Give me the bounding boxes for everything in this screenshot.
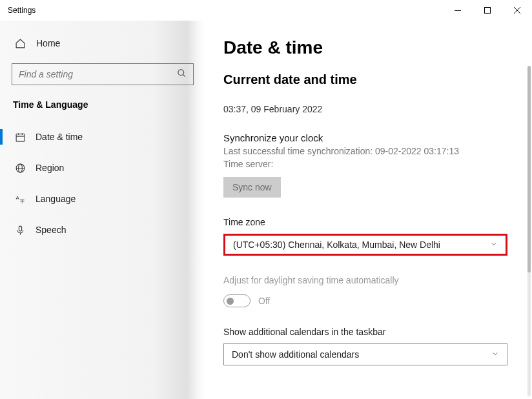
- timezone-label: Time zone: [223, 217, 507, 227]
- nav-date-time[interactable]: Date & time: [0, 124, 205, 150]
- scrollbar-thumb[interactable]: [527, 66, 531, 272]
- toggle-knob: [227, 298, 234, 305]
- svg-rect-1: [485, 8, 491, 14]
- svg-text:A: A: [15, 195, 19, 201]
- maximize-button[interactable]: [473, 0, 502, 21]
- scrollbar[interactable]: [527, 66, 531, 396]
- dst-toggle[interactable]: [223, 294, 251, 307]
- sync-server: Time server:: [223, 159, 507, 169]
- dst-label: Adjust for daylight saving time automati…: [223, 275, 507, 285]
- search-icon: [177, 68, 187, 80]
- current-heading: Current date and time: [223, 72, 507, 87]
- sidebar: Home Time & Language Date & time Region: [0, 21, 205, 399]
- language-icon: A字: [14, 193, 26, 205]
- nav-language[interactable]: A字 Language: [0, 186, 205, 212]
- svg-point-4: [178, 70, 184, 76]
- minimize-button[interactable]: [443, 0, 473, 21]
- globe-icon: [14, 162, 26, 174]
- nav-item-label: Language: [36, 194, 76, 204]
- sync-last: Last successful time synchronization: 09…: [223, 146, 507, 156]
- nav-region[interactable]: Region: [0, 155, 205, 181]
- microphone-icon: [14, 224, 26, 236]
- current-datetime: 03:37, 09 February 2022: [223, 104, 507, 114]
- calendars-value: Don't show additional calendars: [232, 349, 359, 360]
- search-box[interactable]: [12, 63, 194, 85]
- main-panel: Date & time Current date and time 03:37,…: [205, 21, 532, 399]
- sync-now-button[interactable]: Sync now: [223, 177, 281, 198]
- home-icon: [14, 37, 26, 49]
- svg-rect-6: [16, 134, 25, 141]
- category-title: Time & Language: [12, 99, 194, 110]
- close-button[interactable]: [502, 0, 532, 21]
- window-controls: [443, 0, 532, 21]
- dst-state: Off: [258, 296, 270, 306]
- nav-item-label: Date & time: [36, 132, 83, 142]
- page-title: Date & time: [223, 37, 507, 58]
- nav-home-label: Home: [36, 38, 60, 48]
- timezone-dropdown[interactable]: (UTC+05:30) Chennai, Kolkata, Mumbai, Ne…: [223, 234, 507, 256]
- svg-line-5: [183, 74, 185, 76]
- sync-heading: Synchronize your clock: [223, 132, 507, 143]
- search-input[interactable]: [19, 69, 177, 79]
- nav-speech[interactable]: Speech: [0, 217, 205, 243]
- chevron-down-icon: [490, 240, 498, 250]
- nav-home[interactable]: Home: [12, 32, 194, 54]
- svg-rect-15: [19, 226, 21, 231]
- window-title: Settings: [8, 6, 36, 15]
- calendar-clock-icon: [14, 131, 26, 143]
- nav-item-label: Region: [36, 163, 64, 173]
- timezone-value: (UTC+05:30) Chennai, Kolkata, Mumbai, Ne…: [233, 240, 440, 250]
- calendars-dropdown[interactable]: Don't show additional calendars: [223, 343, 507, 365]
- nav-item-label: Speech: [36, 225, 66, 235]
- svg-text:字: 字: [19, 199, 24, 204]
- chevron-down-icon: [491, 349, 499, 360]
- calendars-label: Show additional calendars in the taskbar: [223, 327, 507, 337]
